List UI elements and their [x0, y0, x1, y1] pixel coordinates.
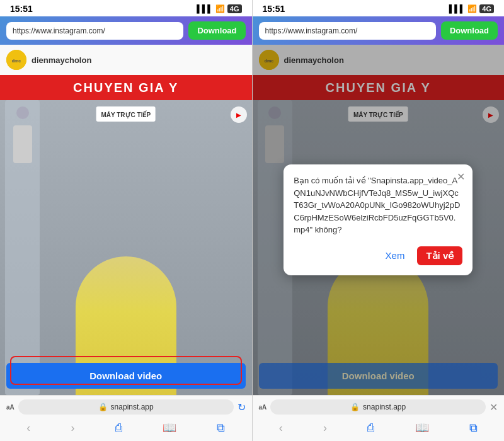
phone-left: 15:51 ▌▌▌ 📶 4G Download dmc — [0, 0, 252, 441]
nav-bar-right: ‹ › ⎙ 📖 ⧉ — [259, 418, 498, 437]
content-area-right: dmc dienmaycholon CHUYEN GIA Y MÁY TRỰC … — [253, 45, 505, 395]
forward-btn-right[interactable]: › — [318, 420, 332, 436]
back-btn-right[interactable]: ‹ — [274, 420, 288, 436]
phones-container: 15:51 ▌▌▌ 📶 4G Download dmc — [0, 0, 504, 441]
back-btn-left[interactable]: ‹ — [21, 420, 35, 436]
signal-icon-left: ▌▌▌ — [197, 4, 213, 13]
font-btn-left[interactable]: aA — [6, 404, 14, 411]
battery-label-left: 4G — [227, 4, 242, 13]
domain-pill-right: 🔒 snapinst.app — [270, 399, 486, 415]
font-btn-right[interactable]: aA — [259, 404, 267, 411]
play-btn-left[interactable]: ▶ — [231, 106, 247, 123]
refresh-btn-left[interactable]: ↻ — [238, 401, 246, 413]
content-area-left: dmc dienmaycholon CHUYEN GIA Y MÁY TRỰC … — [0, 45, 252, 395]
scene-middle-left: MÁY TRỰC TIẾP ▶ — [0, 100, 252, 395]
banner-text-left: CHUYEN GIA Y — [73, 81, 178, 95]
dialog-actions: Xem Tải về — [294, 246, 462, 265]
red-banner-left: CHUYEN GIA Y — [0, 75, 252, 100]
video-thumb-right: dmc dienmaycholon CHUYEN GIA Y MÁY TRỰC … — [253, 45, 505, 395]
dialog-overlay: ✕ Bạn có muốn tải về "Snapinsta.app_vide… — [253, 45, 505, 395]
browser-bottom-left: aA 🔒 snapinst.app ↻ ‹ › ⎙ 📖 ⧉ — [0, 395, 252, 441]
tab-bar-right: aA 🔒 snapinst.app ✕ — [259, 399, 498, 415]
avatar-left: dmc — [6, 50, 26, 70]
dialog-message: Bạn có muốn tải về "Snapinsta.app_video_… — [294, 175, 462, 236]
download-button-right[interactable]: Download — [441, 21, 498, 40]
wifi-icon-right: 📶 — [467, 4, 477, 13]
download-video-wrap-left: Download video — [6, 363, 246, 389]
close-tab-btn-right[interactable]: ✕ — [490, 401, 498, 413]
forward-btn-left[interactable]: › — [66, 420, 79, 436]
bookmarks-btn-right[interactable]: 📖 — [410, 420, 434, 436]
nav-bar-left: ‹ › ⎙ 📖 ⧉ — [6, 418, 246, 437]
tab-bar-left: aA 🔒 snapinst.app ↻ — [6, 399, 246, 415]
signal-icon-right: ▌▌▌ — [449, 4, 466, 13]
time-left: 15:51 — [10, 4, 33, 14]
browser-bottom-right: aA 🔒 snapinst.app ✕ ‹ › ⎙ 📖 ⧉ — [253, 395, 505, 441]
video-thumb-left: dmc dienmaycholon CHUYEN GIA Y MÁY TRỰC … — [0, 45, 252, 395]
play-icon-left: ▶ — [236, 112, 241, 118]
status-bar-left: 15:51 ▌▌▌ 📶 4G — [0, 0, 252, 16]
tabs-btn-right[interactable]: ⧉ — [464, 420, 483, 436]
phone-right: 15:51 ▌▌▌ 📶 4G Download dmc — [253, 0, 505, 441]
lock-icon-right: 🔒 — [350, 403, 360, 411]
person-area-left — [0, 100, 252, 395]
dialog-cancel-btn[interactable]: Xem — [386, 250, 405, 261]
domain-text-left: snapinst.app — [111, 403, 154, 411]
svg-text:dmc: dmc — [12, 59, 21, 63]
share-btn-left[interactable]: ⎙ — [110, 420, 127, 436]
dialog-confirm-btn[interactable]: Tải về — [417, 246, 462, 265]
status-bar-right: 15:51 ▌▌▌ 📶 4G — [253, 0, 505, 16]
download-button-left[interactable]: Download — [188, 21, 245, 40]
dialog-box: ✕ Bạn có muốn tải về "Snapinsta.app_vide… — [284, 164, 472, 275]
address-bar-right: Download — [253, 16, 505, 45]
battery-label-right: 4G — [479, 4, 494, 13]
lock-icon-left: 🔒 — [98, 403, 108, 411]
bg-scene-left: CHUYEN GIA Y MÁY TRỰC TIẾP ▶ — [0, 75, 252, 395]
url-input-right[interactable] — [259, 22, 436, 40]
status-icons-left: ▌▌▌ 📶 4G — [197, 4, 241, 13]
wifi-icon-left: 📶 — [215, 4, 225, 13]
post-header-left: dmc dienmaycholon — [0, 45, 252, 75]
domain-text-right: snapinst.app — [363, 403, 406, 411]
dialog-close-btn[interactable]: ✕ — [457, 171, 465, 183]
domain-pill-left: 🔒 snapinst.app — [18, 399, 234, 415]
time-right: 15:51 — [263, 4, 285, 14]
url-input-left[interactable] — [6, 22, 183, 40]
bookmarks-btn-left[interactable]: 📖 — [158, 420, 181, 436]
username-left: dienmaycholon — [32, 55, 91, 65]
share-btn-right[interactable]: ⎙ — [362, 420, 379, 436]
tabs-btn-left[interactable]: ⧉ — [212, 420, 230, 436]
download-video-btn-left[interactable]: Download video — [6, 363, 246, 389]
sub-text-left: MÁY TRỰC TIẾP — [101, 112, 151, 118]
status-icons-right: ▌▌▌ 📶 4G — [449, 4, 494, 13]
address-bar-left: Download — [0, 16, 252, 45]
